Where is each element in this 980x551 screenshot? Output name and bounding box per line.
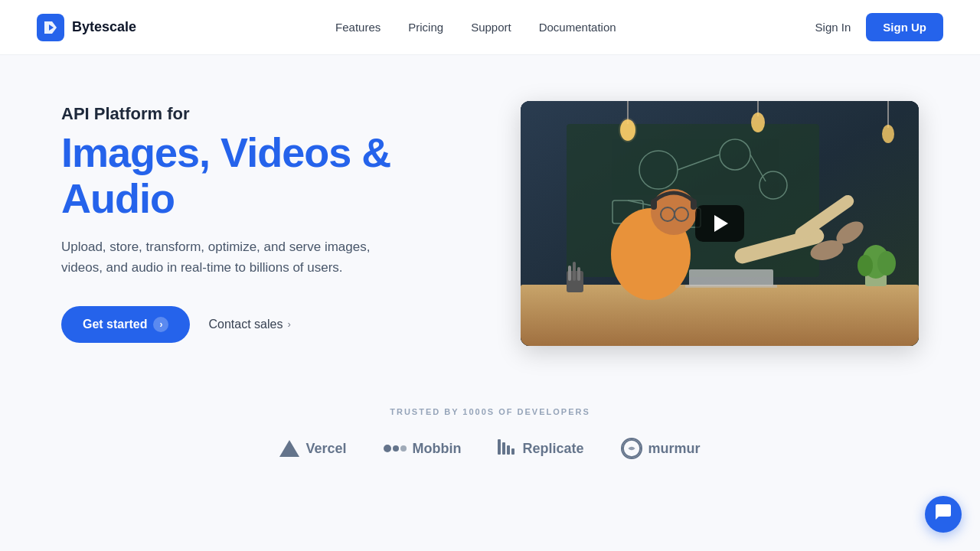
svg-point-15 <box>751 112 765 132</box>
chat-icon <box>934 503 952 526</box>
svg-rect-19 <box>689 269 773 286</box>
trusted-section: TRUSTED BY 1000S OF DEVELOPERS Vercel Mo… <box>0 377 980 474</box>
hero-description: Upload, store, transform, optimize, and … <box>61 236 413 278</box>
hero-video <box>521 101 919 346</box>
vercel-icon <box>279 440 299 457</box>
svg-rect-38 <box>573 262 576 281</box>
svg-point-17 <box>882 125 894 143</box>
svg-rect-43 <box>511 448 514 455</box>
nav-support[interactable]: Support <box>471 21 511 34</box>
trusted-logos: Vercel Mobbin Replicate <box>0 438 980 459</box>
murmur-logo: murmur <box>621 438 701 459</box>
svg-point-13 <box>619 118 637 142</box>
svg-rect-37 <box>568 266 571 281</box>
brand-name: Bytescale <box>72 19 136 35</box>
hero-title: Images, Videos & Audio <box>61 130 459 221</box>
murmur-name: murmur <box>648 441 701 457</box>
svg-rect-42 <box>507 445 510 455</box>
mobbin-logo: Mobbin <box>384 441 462 457</box>
hero-content: API Platform for Images, Videos & Audio … <box>61 104 459 342</box>
arrow-icon: › <box>153 317 168 332</box>
nav-features[interactable]: Features <box>335 21 381 34</box>
signin-button[interactable]: Sign In <box>815 21 851 34</box>
mobbin-icon <box>384 445 407 452</box>
svg-point-35 <box>877 251 896 276</box>
svg-rect-23 <box>651 199 657 210</box>
hero-subtitle: API Platform for <box>61 104 459 124</box>
svg-rect-40 <box>498 439 501 455</box>
replicate-icon <box>498 439 516 458</box>
nav-pricing[interactable]: Pricing <box>408 21 443 34</box>
svg-rect-20 <box>685 285 777 288</box>
get-started-button[interactable]: Get started › <box>61 306 190 343</box>
vercel-name: Vercel <box>305 441 346 457</box>
brand-logo[interactable]: Bytescale <box>37 14 136 41</box>
play-icon <box>714 215 728 232</box>
trusted-label: TRUSTED BY 1000S OF DEVELOPERS <box>0 407 980 416</box>
chat-widget[interactable] <box>925 496 962 533</box>
play-button[interactable] <box>695 205 744 242</box>
svg-rect-41 <box>502 442 505 455</box>
contact-sales-button[interactable]: Contact sales › <box>208 318 290 331</box>
svg-rect-18 <box>521 285 919 346</box>
vercel-logo: Vercel <box>279 440 346 457</box>
hero-section: API Platform for Images, Videos & Audio … <box>0 55 980 377</box>
replicate-logo: Replicate <box>498 439 583 458</box>
signup-button[interactable]: Sign Up <box>866 13 943 41</box>
hero-buttons: Get started › Contact sales › <box>61 306 459 343</box>
murmur-icon <box>621 438 642 459</box>
brand-logo-icon <box>37 14 64 41</box>
video-container[interactable] <box>521 101 919 346</box>
chevron-icon: › <box>287 318 290 330</box>
nav-documentation[interactable]: Documentation <box>539 21 616 34</box>
svg-point-34 <box>858 255 873 276</box>
mobbin-name: Mobbin <box>413 441 462 457</box>
replicate-name: Replicate <box>522 441 583 457</box>
svg-rect-39 <box>577 267 580 281</box>
navbar: Bytescale Features Pricing Support Docum… <box>0 0 980 55</box>
nav-actions: Sign In Sign Up <box>815 13 943 41</box>
nav-links: Features Pricing Support Documentation <box>335 21 616 34</box>
